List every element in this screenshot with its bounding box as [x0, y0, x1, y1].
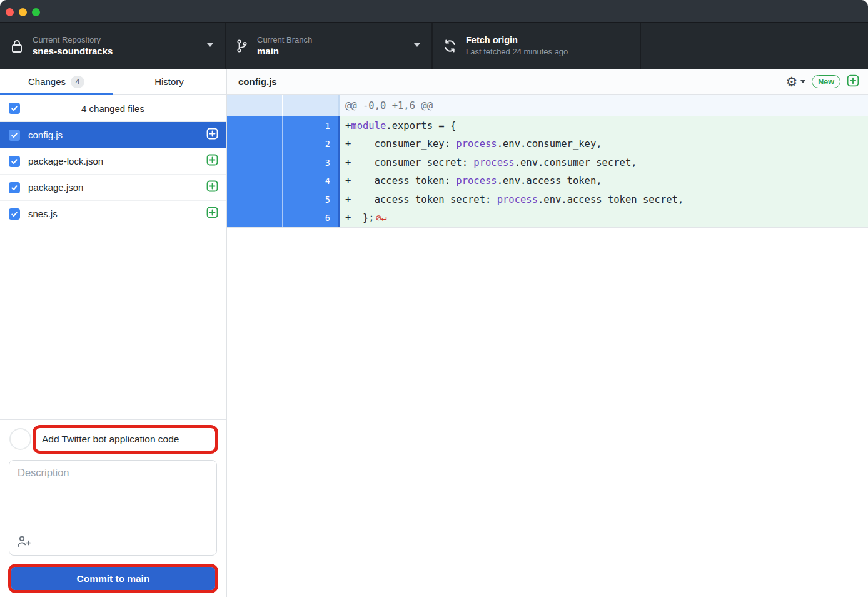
- hunk-header-row: @@ -0,0 +1,6 @@: [227, 95, 868, 116]
- fetch-origin-subtitle: Last fetched 24 minutes ago: [466, 47, 568, 57]
- added-line-content: + access_token: process.env.access_token…: [340, 172, 868, 191]
- current-repository-dropdown[interactable]: Current Repository snes-soundtracks: [0, 23, 226, 69]
- old-line-gutter[interactable]: [227, 209, 282, 228]
- diff-file-header: config.js ⚙ New: [227, 69, 868, 95]
- new-line-gutter[interactable]: 5: [282, 190, 338, 209]
- toolbar: Current Repository snes-soundtracks Curr…: [0, 23, 868, 69]
- file-row-package-lock-json[interactable]: package-lock.json: [0, 148, 226, 175]
- old-line-gutter[interactable]: [227, 116, 282, 135]
- current-repository-name: snes-soundtracks: [33, 46, 113, 58]
- old-line-gutter[interactable]: [227, 135, 282, 154]
- old-line-gutter[interactable]: [227, 153, 282, 172]
- commit-annotation-highlight: Commit to main: [8, 564, 218, 593]
- diff-view: @@ -0,0 +1,6 @@ 1 +module.exports = { 2 …: [227, 95, 868, 228]
- added-line-content: + consumer_key: process.env.consumer_key…: [340, 135, 868, 154]
- new-line-gutter[interactable]: 6: [282, 209, 338, 228]
- commit-form: Add Twitter bot application code Descrip…: [0, 419, 226, 597]
- added-line-content: + };⊘↵: [340, 209, 868, 228]
- fetch-origin-button[interactable]: Fetch origin Last fetched 24 minutes ago: [433, 23, 641, 69]
- minimize-window-button[interactable]: [19, 8, 27, 16]
- tab-history-label: History: [154, 76, 184, 87]
- old-line-gutter[interactable]: [227, 190, 282, 209]
- fetch-origin-title: Fetch origin: [466, 34, 568, 46]
- changed-files-header: 4 changed files: [0, 95, 226, 122]
- no-newline-icon: ⊘↵: [376, 212, 387, 223]
- file-checkbox[interactable]: [9, 182, 20, 193]
- current-branch-dropdown[interactable]: Current Branch main: [226, 23, 433, 69]
- added-plus-icon: [206, 154, 218, 168]
- tab-changes[interactable]: Changes 4: [0, 69, 113, 94]
- diff-line: 2 + consumer_key: process.env.consumer_k…: [227, 135, 868, 154]
- file-name: package-lock.json: [28, 156, 206, 166]
- diff-line: 4 + access_token: process.env.access_tok…: [227, 172, 868, 191]
- file-row-snes-js[interactable]: snes.js: [0, 201, 226, 227]
- line-number: 6: [325, 213, 330, 223]
- line-number: 4: [325, 176, 330, 186]
- diff-line: 1 +module.exports = {: [227, 116, 868, 135]
- diff-pane: config.js ⚙ New @@ -: [227, 69, 868, 597]
- file-name: snes.js: [28, 208, 206, 219]
- changed-files-count: 4 changed files: [0, 103, 226, 114]
- added-plus-icon: [206, 128, 218, 142]
- changes-count-badge: 4: [71, 76, 84, 88]
- commit-button-branch: main: [127, 573, 149, 584]
- line-number: 3: [325, 158, 330, 168]
- diff-line: 6 + };⊘↵: [227, 209, 868, 228]
- line-number: 2: [325, 139, 330, 149]
- line-number: 5: [325, 195, 330, 205]
- tab-history[interactable]: History: [113, 69, 226, 94]
- git-branch-icon: [236, 39, 248, 53]
- diff-options-button[interactable]: ⚙: [785, 75, 805, 88]
- file-row-package-json[interactable]: package.json: [0, 175, 226, 201]
- chevron-down-icon: [414, 43, 420, 47]
- added-plus-icon: [206, 180, 218, 195]
- chevron-down-icon: [207, 43, 213, 47]
- new-line-gutter[interactable]: 2: [282, 135, 338, 154]
- new-line-gutter[interactable]: 3: [282, 153, 338, 172]
- diff-filename: config.js: [238, 76, 785, 87]
- commit-button-label: Commit to: [77, 573, 125, 584]
- added-line-content: + consumer_secret: process.env.consumer_…: [340, 153, 868, 172]
- close-window-button[interactable]: [6, 8, 14, 16]
- file-checkbox[interactable]: [9, 156, 20, 167]
- added-plus-icon: [206, 207, 218, 221]
- new-file-badge: New: [812, 75, 840, 88]
- chevron-down-icon: [800, 80, 805, 83]
- sync-icon: [443, 39, 457, 53]
- diff-line: 5 + access_token_secret: process.env.acc…: [227, 190, 868, 209]
- current-branch-name: main: [257, 46, 312, 58]
- add-coauthor-button[interactable]: [16, 534, 33, 549]
- hunk-header-text: @@ -0,0 +1,6 @@: [340, 95, 868, 116]
- summary-annotation-highlight: Add Twitter bot application code: [33, 425, 218, 454]
- file-checkbox[interactable]: [9, 208, 20, 220]
- sidebar: Changes 4 History 4 changed files config…: [0, 69, 227, 597]
- diff-line: 3 + consumer_secret: process.env.consume…: [227, 153, 868, 172]
- hunk-gutter: [227, 95, 282, 116]
- file-row-config-js[interactable]: config.js: [0, 122, 226, 148]
- github-desktop-window: Current Repository snes-soundtracks Curr…: [0, 0, 868, 597]
- added-line-content: + access_token_secret: process.env.acces…: [340, 190, 868, 209]
- new-line-gutter[interactable]: 1: [282, 116, 338, 135]
- avatar: [9, 428, 31, 450]
- file-name: package.json: [28, 182, 206, 193]
- hunk-gutter: [282, 95, 338, 116]
- file-name: config.js: [28, 130, 206, 140]
- old-line-gutter[interactable]: [227, 172, 282, 191]
- lock-icon: [10, 39, 24, 54]
- file-checkbox[interactable]: [9, 130, 20, 141]
- current-branch-label: Current Branch: [257, 35, 312, 45]
- select-all-checkbox[interactable]: [9, 103, 20, 114]
- current-repository-label: Current Repository: [33, 35, 113, 45]
- commit-summary-input[interactable]: Add Twitter bot application code: [36, 434, 215, 445]
- added-plus-icon: [847, 74, 859, 89]
- sidebar-tabbar: Changes 4 History: [0, 69, 226, 95]
- added-line-content: +module.exports = {: [340, 116, 868, 135]
- commit-button[interactable]: Commit to main: [11, 567, 215, 590]
- new-line-gutter[interactable]: 4: [282, 172, 338, 191]
- zoom-window-button[interactable]: [32, 8, 40, 16]
- commit-description-field[interactable]: Description: [9, 460, 217, 556]
- description-placeholder: Description: [18, 467, 69, 479]
- line-number: 1: [325, 121, 330, 131]
- person-plus-icon: [16, 534, 31, 548]
- tab-changes-label: Changes: [28, 76, 66, 87]
